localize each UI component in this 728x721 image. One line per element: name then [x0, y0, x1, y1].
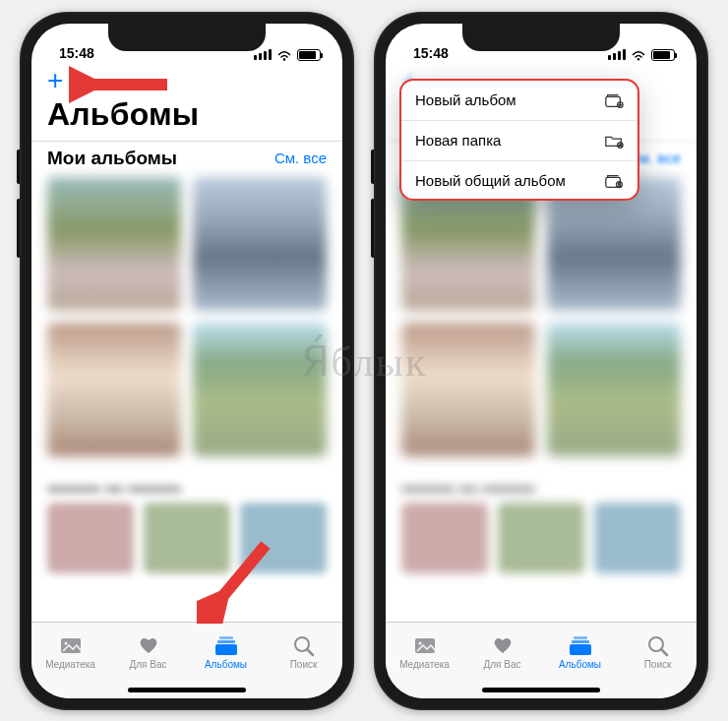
- nav-bar: +: [31, 63, 342, 94]
- album-thumbnail[interactable]: [193, 177, 327, 311]
- tab-bar: Медиатека Для Вас Альбомы Поиск: [386, 622, 697, 698]
- album-thumbnail[interactable]: [144, 503, 230, 573]
- wifi-icon: [276, 49, 292, 61]
- tab-search[interactable]: Поиск: [265, 623, 342, 681]
- tab-library[interactable]: Медиатека: [386, 623, 463, 681]
- notch: [108, 24, 266, 51]
- screen: 15:48 + Альбомы Мои альбомы См. все: [386, 24, 697, 698]
- tab-label: Поиск: [290, 659, 318, 670]
- section-title: Мои альбомы: [47, 148, 177, 169]
- album-thumbnail[interactable]: [47, 177, 181, 311]
- albums-icon: [568, 633, 593, 657]
- svg-rect-5: [219, 636, 233, 639]
- album-grid: [31, 177, 342, 456]
- svg-point-10: [637, 58, 639, 60]
- menu-item-label: Новая папка: [415, 132, 501, 149]
- screen: 15:48 + Альбомы Мои альбомы См. все ▬▬▬: [31, 24, 342, 698]
- tab-label: Для Вас: [483, 659, 520, 670]
- tab-albums[interactable]: Альбомы: [541, 623, 619, 681]
- for-you-icon: [490, 633, 516, 657]
- status-right: [608, 49, 675, 61]
- tab-library[interactable]: Медиатека: [31, 623, 109, 681]
- status-right: [254, 49, 321, 61]
- menu-item-new-shared-album[interactable]: Новый общий альбом: [401, 161, 637, 201]
- add-button[interactable]: +: [47, 67, 77, 94]
- album-plus-icon: [604, 91, 624, 109]
- svg-rect-7: [215, 644, 237, 655]
- search-icon: [645, 633, 671, 657]
- phone-right: 15:48 + Альбомы Мои альбомы См. все: [374, 12, 708, 710]
- section-people-places: ▬▬▬ ▬ ▬▬▬: [386, 476, 697, 573]
- tab-label: Медиатека: [399, 659, 450, 670]
- search-icon: [291, 633, 317, 657]
- section-header-my-albums: Мои альбомы См. все: [31, 141, 342, 177]
- album-thumbnail[interactable]: [47, 503, 134, 573]
- tab-for-you[interactable]: Для Вас: [109, 623, 187, 681]
- albums-icon: [213, 633, 239, 657]
- status-time: 15:48: [413, 45, 449, 61]
- battery-icon: [297, 49, 321, 61]
- album-thumbnail[interactable]: [47, 323, 181, 456]
- menu-item-label: Новый общий альбом: [415, 172, 566, 189]
- home-indicator[interactable]: [128, 688, 246, 692]
- svg-point-16: [618, 182, 620, 184]
- svg-point-4: [64, 641, 67, 644]
- library-icon: [58, 633, 84, 657]
- svg-point-18: [418, 641, 421, 644]
- tab-search[interactable]: Поиск: [619, 623, 697, 681]
- album-thumbnail[interactable]: [594, 503, 681, 573]
- album-thumbnail[interactable]: [401, 503, 488, 573]
- cellular-icon: [254, 49, 272, 60]
- notch: [462, 24, 620, 51]
- tab-for-you[interactable]: Для Вас: [463, 623, 541, 681]
- album-grid: [386, 177, 697, 456]
- svg-rect-20: [572, 640, 589, 643]
- album-thumbnail[interactable]: [547, 323, 681, 456]
- see-all-link[interactable]: См. все: [274, 150, 327, 166]
- svg-point-0: [283, 58, 285, 60]
- menu-item-new-folder[interactable]: Новая папка: [401, 121, 637, 161]
- album-thumbnail[interactable]: [498, 503, 584, 573]
- status-time: 15:48: [59, 45, 94, 61]
- phone-left: 15:48 + Альбомы Мои альбомы См. все ▬▬▬: [20, 12, 354, 710]
- svg-rect-6: [217, 640, 235, 643]
- library-icon: [412, 633, 438, 657]
- context-menu: Новый альбом Новая папка Новый общий аль…: [401, 81, 637, 201]
- tab-albums[interactable]: Альбомы: [187, 623, 265, 681]
- wifi-icon: [631, 49, 646, 61]
- tab-label: Для Вас: [129, 659, 166, 670]
- tab-label: Поиск: [644, 659, 672, 670]
- menu-item-new-album[interactable]: Новый альбом: [401, 81, 637, 121]
- album-thumbnail[interactable]: [401, 323, 535, 456]
- svg-rect-19: [574, 636, 587, 639]
- shared-album-icon: [604, 172, 624, 190]
- tab-bar: Медиатека Для Вас Альбомы Поиск: [31, 622, 342, 698]
- page-title: Альбомы: [31, 94, 342, 141]
- svg-line-23: [661, 649, 667, 655]
- tab-label: Альбомы: [205, 659, 247, 670]
- svg-line-9: [307, 649, 313, 655]
- album-thumbnail[interactable]: [240, 503, 327, 573]
- menu-item-label: Новый альбом: [415, 91, 516, 108]
- home-indicator[interactable]: [482, 688, 600, 692]
- for-you-icon: [136, 633, 161, 657]
- svg-rect-21: [570, 644, 591, 655]
- cellular-icon: [608, 49, 626, 60]
- tab-label: Альбомы: [559, 659, 601, 670]
- section-people-places: ▬▬▬ ▬ ▬▬▬: [31, 476, 342, 573]
- album-thumbnail[interactable]: [193, 323, 327, 456]
- tab-label: Медиатека: [45, 659, 95, 670]
- folder-plus-icon: [604, 132, 624, 150]
- battery-icon: [651, 49, 675, 61]
